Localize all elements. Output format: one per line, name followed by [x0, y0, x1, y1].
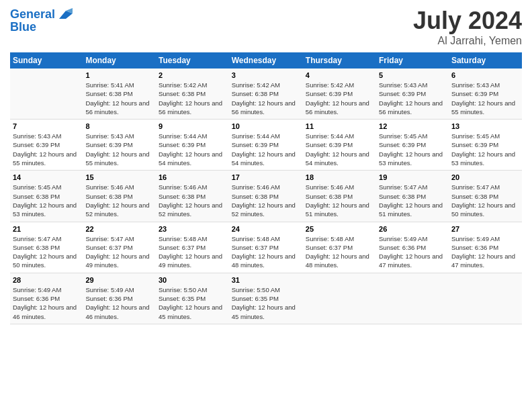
- logo-general: General: [10, 7, 55, 21]
- day-number: 22: [85, 225, 153, 233]
- day-number: 13: [451, 122, 519, 130]
- day-info: Sunrise: 5:43 AMSunset: 6:39 PMDaylight:…: [13, 132, 80, 167]
- day-number: 6: [451, 71, 519, 79]
- calendar-table: Sunday Monday Tuesday Wednesday Thursday…: [10, 52, 522, 324]
- calendar-page: General Blue July 2024 Al Jarrahi, Yemen…: [0, 0, 532, 411]
- cell-w0d1: 1Sunrise: 5:41 AMSunset: 6:38 PMDaylight…: [83, 68, 156, 120]
- day-info: Sunrise: 5:45 AMSunset: 6:39 PMDaylight:…: [379, 132, 446, 167]
- col-saturday: Saturday: [449, 52, 522, 68]
- cell-w4d1: 29Sunrise: 5:49 AMSunset: 6:36 PMDayligh…: [83, 273, 156, 324]
- cell-w4d6: [449, 273, 522, 324]
- day-info: Sunrise: 5:43 AMSunset: 6:39 PMDaylight:…: [85, 132, 153, 167]
- day-info: Sunrise: 5:47 AMSunset: 6:37 PMDaylight:…: [85, 234, 153, 270]
- day-number: 30: [159, 276, 226, 284]
- day-info: Sunrise: 5:46 AMSunset: 6:38 PMDaylight:…: [85, 183, 153, 218]
- day-number: 17: [232, 173, 300, 181]
- cell-w1d0: 7Sunrise: 5:43 AMSunset: 6:39 PMDaylight…: [10, 120, 83, 171]
- week-row-1: 7Sunrise: 5:43 AMSunset: 6:39 PMDaylight…: [10, 120, 522, 171]
- cell-w0d0: [10, 68, 83, 120]
- day-number: 29: [85, 276, 153, 284]
- cell-w2d3: 17Sunrise: 5:46 AMSunset: 6:38 PMDayligh…: [229, 171, 303, 222]
- day-info: Sunrise: 5:47 AMSunset: 6:38 PMDaylight:…: [379, 183, 446, 218]
- day-number: 15: [85, 173, 153, 181]
- cell-w1d5: 12Sunrise: 5:45 AMSunset: 6:39 PMDayligh…: [376, 120, 449, 171]
- day-info: Sunrise: 5:44 AMSunset: 6:39 PMDaylight:…: [306, 132, 373, 167]
- day-info: Sunrise: 5:42 AMSunset: 6:38 PMDaylight:…: [159, 81, 226, 116]
- day-info: Sunrise: 5:50 AMSunset: 6:35 PMDaylight:…: [232, 285, 300, 321]
- day-number: 10: [232, 122, 300, 130]
- cell-w3d3: 24Sunrise: 5:48 AMSunset: 6:37 PMDayligh…: [229, 222, 303, 273]
- day-info: Sunrise: 5:42 AMSunset: 6:38 PMDaylight:…: [232, 81, 300, 116]
- day-info: Sunrise: 5:45 AMSunset: 6:39 PMDaylight:…: [451, 132, 519, 167]
- col-monday: Monday: [83, 52, 156, 68]
- cell-w2d1: 15Sunrise: 5:46 AMSunset: 6:38 PMDayligh…: [83, 171, 156, 222]
- cell-w3d2: 23Sunrise: 5:48 AMSunset: 6:37 PMDayligh…: [156, 222, 229, 273]
- cell-w2d2: 16Sunrise: 5:46 AMSunset: 6:38 PMDayligh…: [156, 171, 229, 222]
- day-info: Sunrise: 5:46 AMSunset: 6:38 PMDaylight:…: [306, 183, 373, 218]
- col-thursday: Thursday: [303, 52, 376, 68]
- day-info: Sunrise: 5:46 AMSunset: 6:38 PMDaylight:…: [232, 183, 300, 218]
- day-number: 11: [306, 122, 373, 130]
- header-row: Sunday Monday Tuesday Wednesday Thursday…: [10, 52, 522, 68]
- day-info: Sunrise: 5:49 AMSunset: 6:36 PMDaylight:…: [451, 234, 519, 270]
- day-number: 5: [379, 71, 446, 79]
- day-number: 23: [159, 225, 226, 233]
- day-number: 2: [159, 71, 226, 79]
- col-tuesday: Tuesday: [156, 52, 229, 68]
- title-block: July 2024 Al Jarrahi, Yemen: [413, 7, 522, 47]
- day-number: 8: [85, 122, 153, 130]
- day-number: 1: [85, 71, 153, 79]
- day-number: 14: [13, 173, 80, 181]
- day-number: 16: [159, 173, 226, 181]
- cell-w0d4: 4Sunrise: 5:42 AMSunset: 6:39 PMDaylight…: [303, 68, 376, 120]
- day-info: Sunrise: 5:45 AMSunset: 6:38 PMDaylight:…: [13, 183, 80, 218]
- day-info: Sunrise: 5:47 AMSunset: 6:38 PMDaylight:…: [451, 183, 519, 218]
- day-number: 3: [232, 71, 300, 79]
- day-info: Sunrise: 5:47 AMSunset: 6:38 PMDaylight:…: [13, 234, 80, 270]
- cell-w1d1: 8Sunrise: 5:43 AMSunset: 6:39 PMDaylight…: [83, 120, 156, 171]
- cell-w3d4: 25Sunrise: 5:48 AMSunset: 6:37 PMDayligh…: [303, 222, 376, 273]
- cell-w3d6: 27Sunrise: 5:49 AMSunset: 6:36 PMDayligh…: [449, 222, 522, 273]
- cell-w4d2: 30Sunrise: 5:50 AMSunset: 6:35 PMDayligh…: [156, 273, 229, 324]
- day-info: Sunrise: 5:43 AMSunset: 6:39 PMDaylight:…: [451, 81, 519, 116]
- cell-w4d5: [376, 273, 449, 324]
- location-title: Al Jarrahi, Yemen: [413, 35, 522, 47]
- col-wednesday: Wednesday: [229, 52, 303, 68]
- cell-w0d2: 2Sunrise: 5:42 AMSunset: 6:38 PMDaylight…: [156, 68, 229, 120]
- day-number: 24: [232, 225, 300, 233]
- day-number: 28: [13, 276, 80, 284]
- cell-w2d6: 20Sunrise: 5:47 AMSunset: 6:38 PMDayligh…: [449, 171, 522, 222]
- col-sunday: Sunday: [10, 52, 83, 68]
- cell-w0d6: 6Sunrise: 5:43 AMSunset: 6:39 PMDaylight…: [449, 68, 522, 120]
- day-number: 7: [13, 122, 80, 130]
- day-info: Sunrise: 5:49 AMSunset: 6:36 PMDaylight:…: [13, 285, 80, 321]
- cell-w0d5: 5Sunrise: 5:43 AMSunset: 6:39 PMDaylight…: [376, 68, 449, 120]
- cell-w1d2: 9Sunrise: 5:44 AMSunset: 6:39 PMDaylight…: [156, 120, 229, 171]
- day-info: Sunrise: 5:49 AMSunset: 6:36 PMDaylight:…: [379, 234, 446, 270]
- cell-w1d4: 11Sunrise: 5:44 AMSunset: 6:39 PMDayligh…: [303, 120, 376, 171]
- day-info: Sunrise: 5:48 AMSunset: 6:37 PMDaylight:…: [159, 234, 226, 270]
- day-info: Sunrise: 5:43 AMSunset: 6:39 PMDaylight:…: [379, 81, 446, 116]
- day-info: Sunrise: 5:44 AMSunset: 6:39 PMDaylight:…: [232, 132, 300, 167]
- logo: General Blue: [10, 7, 73, 34]
- day-number: 12: [379, 122, 446, 130]
- day-number: 31: [232, 276, 300, 284]
- day-number: 4: [306, 71, 373, 79]
- day-number: 26: [379, 225, 446, 233]
- cell-w4d0: 28Sunrise: 5:49 AMSunset: 6:36 PMDayligh…: [10, 273, 83, 324]
- week-row-2: 14Sunrise: 5:45 AMSunset: 6:38 PMDayligh…: [10, 171, 522, 222]
- day-number: 18: [306, 173, 373, 181]
- logo-icon: [56, 7, 73, 23]
- cell-w3d0: 21Sunrise: 5:47 AMSunset: 6:38 PMDayligh…: [10, 222, 83, 273]
- day-info: Sunrise: 5:41 AMSunset: 6:38 PMDaylight:…: [85, 81, 153, 116]
- day-info: Sunrise: 5:42 AMSunset: 6:39 PMDaylight:…: [306, 81, 373, 116]
- day-number: 19: [379, 173, 446, 181]
- day-info: Sunrise: 5:46 AMSunset: 6:38 PMDaylight:…: [159, 183, 226, 218]
- cell-w2d4: 18Sunrise: 5:46 AMSunset: 6:38 PMDayligh…: [303, 171, 376, 222]
- cell-w1d3: 10Sunrise: 5:44 AMSunset: 6:39 PMDayligh…: [229, 120, 303, 171]
- day-number: 9: [159, 122, 226, 130]
- cell-w4d3: 31Sunrise: 5:50 AMSunset: 6:35 PMDayligh…: [229, 273, 303, 324]
- day-number: 20: [451, 173, 519, 181]
- col-friday: Friday: [376, 52, 449, 68]
- cell-w2d5: 19Sunrise: 5:47 AMSunset: 6:38 PMDayligh…: [376, 171, 449, 222]
